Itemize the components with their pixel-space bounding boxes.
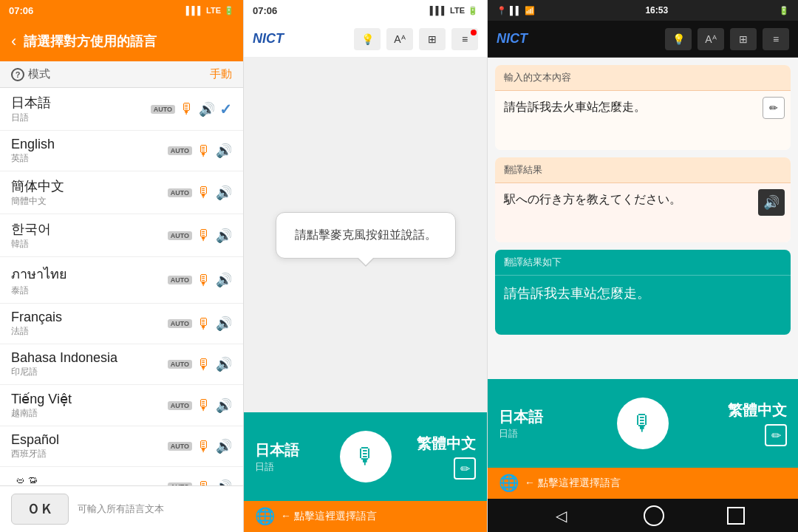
lte-icon-p1: LTE: [206, 6, 221, 15]
lang-right-panel2[interactable]: 繁體中文 ✏: [392, 426, 488, 487]
status-bar-p2: 07:06 ▌▌▌ LTE 🔋: [244, 0, 487, 21]
right-lang-name-p3: 繁體中文: [728, 400, 787, 420]
lang-controls: AUTO 🎙 🔊: [168, 272, 232, 289]
bulb-button-p3[interactable]: 💡: [665, 28, 692, 50]
auto-badge: AUTO: [168, 276, 192, 284]
list-item[interactable]: English 英語 AUTO 🎙 🔊: [0, 131, 243, 171]
result-section-body: 駅への行き方を教えてください。 🔊: [495, 183, 791, 242]
list-item[interactable]: Español 西班牙語 AUTO 🎙 🔊: [0, 426, 243, 467]
font-button[interactable]: Aᴬ: [386, 28, 413, 50]
mic-icon[interactable]: 🎙: [197, 438, 211, 455]
battery-icon-p1: 🔋: [224, 6, 234, 16]
nav-home-button[interactable]: [644, 505, 664, 526]
nav-back-button[interactable]: ◁: [541, 503, 582, 528]
font-button-p3[interactable]: Aᴬ: [698, 28, 724, 50]
mic-icon[interactable]: 🎙: [197, 316, 211, 332]
mic-icon[interactable]: 🎙: [197, 397, 211, 414]
mic-icon[interactable]: 🎙: [197, 184, 211, 201]
speaker-result-button[interactable]: 🔊: [758, 189, 785, 216]
battery-icon-p3: 🔋: [779, 6, 789, 16]
nav-recent-button[interactable]: [727, 507, 745, 525]
signal-icon-p2: ▌▌▌: [430, 6, 447, 15]
list-item[interactable]: ဗမာ 緬甸語 AUTO 🎙 🔊: [0, 467, 243, 485]
image-button-p3[interactable]: ⊞: [730, 28, 757, 50]
lang-left-panel3[interactable]: 日本語 日語: [488, 400, 617, 448]
panel3-toolbar: NICT 💡 Aᴬ ⊞ ≡: [488, 21, 798, 58]
auto-badge: AUTO: [168, 319, 192, 328]
result-text: 駅への行き方を教えてください。: [504, 193, 681, 205]
lang-name: 한국어: [11, 220, 168, 238]
mic-icon[interactable]: 🎙: [180, 100, 194, 117]
back-button[interactable]: ‹: [11, 32, 16, 51]
list-item[interactable]: 日本語 日語 AUTO 🎙 🔊 ✓: [0, 88, 243, 131]
lang-controls: AUTO 🎙 🔊: [168, 143, 232, 160]
speaker-icon[interactable]: 🔊: [216, 398, 232, 414]
help-icon: ?: [11, 68, 24, 81]
list-item[interactable]: 簡体中文 簡體中文 AUTO 🎙 🔊: [0, 171, 243, 214]
mic-icon[interactable]: 🎙: [197, 143, 211, 160]
lang-sub: 泰語: [11, 284, 168, 297]
status-icons-p2: ▌▌▌ LTE 🔋: [430, 6, 478, 16]
ok-button[interactable]: ＯＫ: [11, 494, 69, 525]
speaker-icon[interactable]: 🔊: [216, 272, 232, 288]
teal-text: 請告訴我去車站怎麼走。: [504, 286, 650, 301]
lang-sub: 簡體中文: [11, 195, 168, 208]
speaker-icon[interactable]: 🔊: [216, 185, 232, 201]
lang-right-panel3[interactable]: 繁體中文 ✏: [669, 393, 798, 454]
image-button[interactable]: ⊞: [419, 28, 446, 50]
lte-icon-p2: LTE: [450, 6, 465, 15]
left-lang-sub-p3: 日語: [499, 427, 606, 440]
mode-value: 手動: [210, 67, 232, 81]
bulb-button[interactable]: 💡: [354, 28, 381, 50]
signal-icon-p3: ▌▌: [510, 6, 522, 15]
speech-prompt-text: 請點擊麥克風按鈕並說話。: [295, 228, 437, 241]
speaker-icon[interactable]: 🔊: [216, 479, 232, 485]
auto-badge: AUTO: [168, 146, 192, 155]
left-lang-name: 日本語: [255, 440, 329, 460]
status-bar-p3: 📍 ▌▌ 📶 16:53 🔋: [488, 0, 798, 21]
status-time-p3: 16:53: [645, 5, 668, 16]
edit-input-button[interactable]: ✏: [763, 97, 785, 119]
mic-icon[interactable]: 🎙: [197, 356, 211, 373]
lang-left-panel2[interactable]: 日本語 日語: [244, 433, 340, 481]
toolbar-icons-p3: 💡 Aᴬ ⊞ ≡: [665, 28, 789, 50]
nict-logo: NICT: [253, 31, 284, 47]
list-item[interactable]: ภาษาไทย 泰語 AUTO 🎙 🔊: [0, 257, 243, 304]
mic-center-button[interactable]: 🎙: [340, 431, 392, 482]
input-section: 輸入的文本內容 請告訴我去火車站怎麼走。 ✏: [495, 65, 791, 150]
panel2-lang-bar[interactable]: 🌐 ← 點擊這裡選擇語言: [244, 501, 487, 532]
edit-icon-right-p3[interactable]: ✏: [765, 424, 787, 446]
mic-icon[interactable]: 🎙: [197, 479, 211, 486]
lang-controls: AUTO 🎙 🔊: [168, 316, 232, 332]
speaker-icon[interactable]: 🔊: [216, 143, 232, 159]
list-item[interactable]: Bahasa Indonesia 印尼語 AUTO 🎙 🔊: [0, 344, 243, 385]
speaker-icon[interactable]: 🔊: [199, 101, 215, 117]
speaker-icon[interactable]: 🔊: [216, 228, 232, 244]
edit-icon-right[interactable]: ✏: [454, 457, 476, 480]
panel3-lang-bar[interactable]: 🌐 ← 點擊這裡選擇語言: [488, 468, 798, 499]
speech-input-panel: 07:06 ▌▌▌ LTE 🔋 NICT 💡 Aᴬ ⊞ ≡ NICT 請點擊麥克…: [244, 0, 488, 532]
lang-info: 簡体中文 簡體中文: [11, 177, 168, 208]
lang-info: 日本語 日語: [11, 94, 151, 124]
lang-name: 日本語: [11, 94, 151, 112]
lang-sub: 印尼語: [11, 366, 168, 378]
lang-info: Español 西班牙語: [11, 432, 168, 460]
lang-name: ဗမာ: [11, 473, 168, 485]
list-item[interactable]: Français 法語 AUTO 🎙 🔊: [0, 304, 243, 344]
nict-logo-dark: NICT: [497, 31, 528, 47]
list-item[interactable]: Tiếng Việt 越南語 AUTO 🎙 🔊: [0, 385, 243, 426]
menu-button[interactable]: ≡: [451, 28, 478, 50]
mic-icon[interactable]: 🎙: [197, 227, 211, 244]
menu-button-p3[interactable]: ≡: [763, 28, 789, 50]
mic-center-button-p3[interactable]: 🎙: [617, 398, 669, 449]
auto-badge: AUTO: [168, 360, 192, 369]
list-item[interactable]: 한국어 韓語 AUTO 🎙 🔊: [0, 214, 243, 257]
mic-icon[interactable]: 🎙: [197, 272, 211, 289]
panel2-bottom: 日本語 日語 🎙 繁體中文 ✏: [244, 412, 487, 501]
panel3-content: 輸入的文本內容 請告訴我去火車站怎麼走。 ✏ 翻譯結果 駅への行き方を教えてくだ…: [488, 58, 798, 379]
speaker-icon[interactable]: 🔊: [216, 438, 232, 454]
speech-bubble: 請點擊麥克風按鈕並說話。: [276, 212, 456, 259]
mode-label: ? 模式: [11, 67, 50, 81]
speaker-icon[interactable]: 🔊: [216, 316, 232, 332]
speaker-icon[interactable]: 🔊: [216, 356, 232, 372]
